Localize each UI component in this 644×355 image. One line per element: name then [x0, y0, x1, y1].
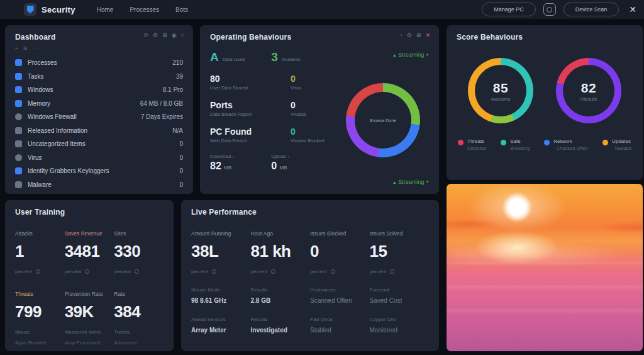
live-details-row: Ahead Sensors Array MeterResults Investi… [191, 317, 429, 334]
item-value: 210 [172, 59, 183, 66]
streaming-indicator-bottom: ▲ Streaming + [392, 179, 429, 185]
legend-item: Network - Checked Often [544, 138, 588, 151]
apps-icon[interactable]: ⊞ [23, 45, 28, 51]
dashboard-list-item[interactable]: Windows 8.1 Pro [15, 83, 183, 97]
up-arrow-icon: ▲ [392, 53, 397, 57]
live-stat: Issues Solved 15 percent [370, 230, 430, 274]
download-stat: Download ↓ 82 MB [210, 154, 235, 172]
windows-icon [15, 86, 22, 93]
info-icon[interactable] [271, 269, 275, 274]
settings-icon[interactable]: ⚙ [153, 33, 158, 38]
topbar-actions: Manage PC Device Scan ✕ [482, 3, 636, 16]
refresh-icon[interactable]: ⟳ [144, 33, 149, 38]
item-value: 0 [179, 140, 183, 147]
main-nav: Home Processes Bots [97, 6, 188, 13]
info-icon[interactable] [390, 269, 394, 274]
grid-icon[interactable]: ⊞ [416, 33, 421, 38]
legend-item: Safe Browsing [501, 138, 530, 151]
stat-value: 80 [210, 74, 291, 84]
close-icon[interactable]: ✕ [629, 4, 636, 14]
score-title: Score Behaviours [457, 33, 633, 42]
training-stat: Threats 799MouseApps Blocked [15, 291, 65, 346]
stat-right-label: Viruses Blocked [291, 138, 325, 144]
live-stat: Hour Ago 81 kh percent [251, 230, 311, 274]
device-scan-button[interactable]: Device Scan [564, 3, 619, 16]
incidents-stat: 3 Incidents [271, 50, 301, 64]
training-stat: Attacks 1percent [15, 230, 65, 274]
remove-icon[interactable]: ✕ [425, 33, 430, 38]
gauge-label: Awesome [491, 97, 511, 101]
security-app: Security Home Processes Bots Manage PC D… [0, 0, 644, 355]
circle-icon[interactable]: ○ [181, 33, 184, 38]
item-label: Virus [28, 154, 42, 161]
training-stat: Saves Revenue 3481percent [65, 230, 114, 274]
settings-icon[interactable]: ⚙ [407, 33, 412, 38]
dashboard-list-item[interactable]: Tasks 39 [15, 70, 183, 84]
dots-icon[interactable]: ⋯ [32, 45, 37, 51]
score-panel: Score Behaviours 85 Awesome 82 Interests… [447, 25, 643, 180]
target-icon[interactable]: ◉ [172, 33, 177, 38]
item-label: Malware [28, 181, 52, 188]
scan-shield-icon[interactable] [543, 3, 556, 16]
dashboard-list-item[interactable]: Windows Firewall 7 Days Expires [15, 110, 183, 124]
score-legend: Threats Detected Safe Browsing Network -… [457, 138, 633, 151]
manage-pc-button[interactable]: Manage PC [482, 3, 536, 16]
legend-dot-icon [501, 140, 506, 145]
stat-row: 80 User Data Shared 0 Virus [210, 74, 345, 91]
items-icon [15, 140, 22, 147]
score-gauge-awesome: 85 Awesome [468, 58, 533, 123]
nav-processes[interactable]: Processes [130, 6, 159, 13]
keylogger-icon [15, 167, 22, 174]
operating-title: Operating Behaviours [210, 33, 429, 42]
top-bar: Security Home Processes Bots Manage PC D… [0, 0, 644, 19]
dashboard-list-item[interactable]: Virus 0 [15, 151, 183, 165]
info-icon[interactable] [331, 269, 335, 274]
grid-icon[interactable]: ⊞ [162, 33, 167, 38]
dashboard-list-item[interactable]: Released Information N/A [15, 124, 183, 138]
nav-bots[interactable]: Bots [175, 6, 188, 13]
item-label: Released Information [28, 127, 87, 134]
legend-item: Updates - Needed [602, 138, 631, 151]
dashboard-panel-actions: ⟳ ⚙ ⊞ ◉ ○ [144, 33, 184, 38]
memory-icon [15, 100, 22, 107]
item-value: N/A [172, 127, 183, 134]
training-grid: Attacks 1percentSaves Revenue 3481percen… [15, 230, 164, 346]
item-value: 7 Days Expires [141, 113, 183, 120]
live-detail: Results Investigated [251, 317, 311, 334]
item-label: Windows Firewall [28, 113, 77, 120]
live-details-row: Mouse Mode 98 8.61 GHzResults 2.8 GBHost… [191, 287, 429, 304]
clock-icon[interactable]: ◔ [399, 33, 402, 38]
item-label: Memory [28, 100, 50, 107]
streaming-indicator-top: ▲ Streaming + [392, 52, 429, 58]
stat-row: Ports Data Breach Report 0 Viruses [210, 100, 345, 117]
dashboard-list-item[interactable]: Identity Grabbers Keyloggers 0 [15, 164, 183, 178]
info-icon[interactable] [212, 269, 216, 274]
shield-logo-icon [24, 3, 36, 16]
dashboard-list-item[interactable]: Memory 64 MB / 8.0 GB [15, 97, 183, 111]
app-brand: Security [24, 3, 75, 16]
live-detail: Copper Dist Monitored [370, 317, 430, 334]
live-stat: Amount Running 38L percent [191, 230, 251, 274]
nav-home[interactable]: Home [97, 6, 114, 13]
info-icon[interactable] [85, 269, 89, 274]
dashboard-list-item[interactable]: Uncategorized Items 0 [15, 137, 183, 151]
dashboard-list-item[interactable]: Malware 0 [15, 178, 183, 192]
operating-panel-actions: ◔ ⚙ ⊞ ✕ [399, 33, 430, 38]
legend-dot-icon [544, 140, 550, 145]
dashboard-panel: Dashboard ⟳ ⚙ ⊞ ◉ ○ ≡ ⊞ ⋯ Processes 210 … [5, 25, 193, 194]
item-label: Processes [28, 59, 57, 66]
live-stat: Issues Blocked 0 percent [310, 230, 370, 274]
gauge-value: 85 [493, 81, 508, 96]
stat-right-value: 0 [291, 100, 306, 110]
live-detail: Ahead Sensors Array Meter [191, 317, 251, 334]
menu-icon[interactable]: ≡ [15, 45, 18, 51]
firewall-icon [15, 113, 22, 120]
stat-value: Ports [210, 100, 291, 110]
dashboard-list-item[interactable]: Processes 210 [15, 56, 183, 70]
dashboard-list: Processes 210 Tasks 39 Windows 8.1 Pro M… [15, 56, 183, 191]
donut-center-label: Browse Done [370, 118, 396, 123]
item-value: 39 [176, 73, 183, 80]
info-icon[interactable] [135, 269, 139, 274]
info-icon[interactable] [36, 269, 40, 274]
virus-icon [15, 154, 22, 161]
